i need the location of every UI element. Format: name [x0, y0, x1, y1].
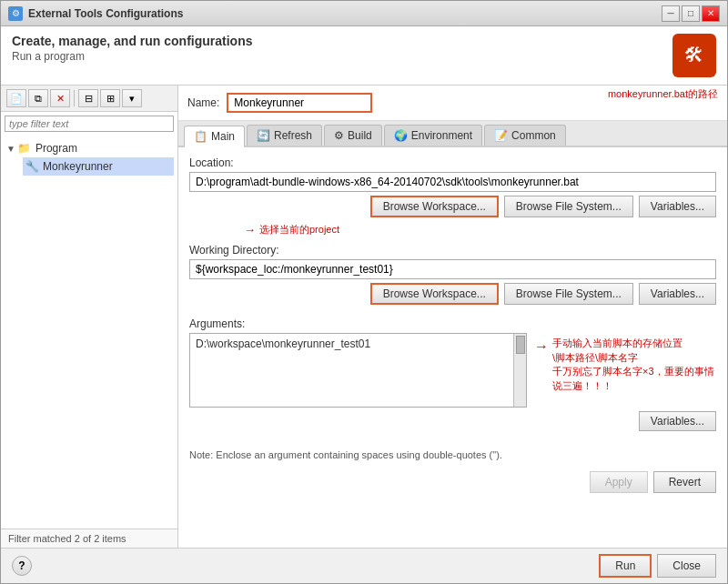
arguments-outer: D:\workspace\monkeyrunner_test01	[189, 333, 527, 408]
header-info: Create, manage, and run configurations R…	[12, 34, 253, 63]
tree-area: ▼ 📁 Program 🔧 Monkeyrunner	[1, 136, 177, 529]
main-window: ⚙ External Tools Configurations ─ □ ✕ Cr…	[0, 0, 728, 584]
browse-workspace-btn-1[interactable]: Browse Workspace...	[370, 196, 499, 217]
note-text: Note: Enclose an argument containing spa…	[189, 444, 716, 460]
main-tab-label: Main	[211, 130, 235, 143]
arguments-label: Arguments:	[189, 317, 716, 330]
environment-tab-icon: 🌍	[394, 129, 408, 142]
project-annotation-text: 选择当前的project	[259, 223, 339, 237]
scrollbar-thumb	[516, 336, 525, 354]
arguments-input[interactable]: D:\workspace\monkeyrunner_test01	[190, 334, 513, 407]
right-panel: Name: monkeyrunner.bat的路径 📋 Main 🔄 Refre…	[178, 86, 727, 548]
tabs-bar: 📋 Main 🔄 Refresh ⚙ Build 🌍 Environment 📝	[178, 121, 727, 147]
tree-program-node[interactable]: ▼ 📁 Program	[5, 139, 174, 157]
working-dir-label: Working Directory:	[189, 244, 716, 257]
bottom-buttons: Run Close	[599, 554, 716, 578]
browse-filesystem-btn-2[interactable]: Browse File System...	[504, 283, 633, 305]
maximize-button[interactable]: □	[682, 5, 700, 22]
minimize-button[interactable]: ─	[662, 5, 680, 22]
view-menu-button[interactable]: ▾	[122, 89, 142, 107]
sidebar-toolbar: 📄 ⧉ ✕ ⊟ ⊞ ▾	[1, 86, 177, 112]
apply-revert-row: Apply Revert	[189, 471, 716, 493]
args-annotation-text: 手动输入当前脚本的存储位置 \脚本路径\脚本名字 千万别忘了脚本名字×3，重要的…	[552, 337, 716, 393]
tab-common[interactable]: 📝 Common	[484, 125, 566, 146]
title-bar: ⚙ External Tools Configurations ─ □ ✕	[1, 1, 727, 26]
monkeyrunner-icon: 🔧	[25, 159, 39, 174]
expand-all-button[interactable]: ⊞	[100, 89, 120, 107]
variables-btn-2[interactable]: Variables...	[639, 283, 716, 305]
title-controls: ─ □ ✕	[662, 5, 720, 22]
common-tab-icon: 📝	[494, 129, 508, 142]
name-label: Name:	[187, 96, 219, 109]
config-area: Location: Browse Workspace... Browse Fil…	[178, 147, 727, 548]
location-group: Location: Browse Workspace... Browse Fil…	[189, 156, 716, 217]
args-annotation-arrow: →	[534, 338, 549, 355]
tree-children: 🔧 Monkeyrunner	[23, 157, 174, 176]
name-row: Name: monkeyrunner.bat的路径	[178, 86, 727, 121]
browse-filesystem-btn-1[interactable]: Browse File System...	[504, 196, 633, 217]
arguments-group: Arguments: D:\workspace\monkeyrunner_tes…	[189, 317, 716, 431]
name-input[interactable]	[227, 93, 372, 113]
main-tab-icon: 📋	[194, 130, 207, 143]
monkeyrunner-label: Monkeyrunner	[43, 160, 113, 173]
environment-tab-label: Environment	[411, 129, 472, 142]
variables-btn-1[interactable]: Variables...	[639, 196, 716, 217]
build-tab-icon: ⚙	[334, 129, 344, 142]
header-area: Create, manage, and run configurations R…	[1, 26, 727, 86]
header-title: Create, manage, and run configurations	[12, 34, 253, 48]
refresh-tab-label: Refresh	[274, 129, 312, 142]
window-icon: ⚙	[8, 6, 23, 21]
apply-button[interactable]: Apply	[590, 471, 648, 493]
bottom-bar: ? Run Close	[1, 548, 727, 583]
program-folder-icon: 📁	[17, 141, 32, 156]
tab-refresh[interactable]: 🔄 Refresh	[247, 125, 322, 146]
filter-input[interactable]	[5, 116, 174, 132]
tree-monkeyrunner-node[interactable]: 🔧 Monkeyrunner	[23, 157, 174, 176]
new-config-button[interactable]: 📄	[6, 89, 26, 107]
refresh-tab-icon: 🔄	[257, 129, 270, 142]
location-label: Location:	[189, 156, 716, 169]
run-button[interactable]: Run	[599, 554, 652, 578]
help-button[interactable]: ?	[12, 556, 32, 576]
arguments-value: D:\workspace\monkeyrunner_test01	[196, 337, 370, 350]
collapse-all-button[interactable]: ⊟	[78, 89, 98, 107]
location-buttons: Browse Workspace... Browse File System..…	[189, 196, 716, 217]
variables-btn-3[interactable]: Variables...	[639, 411, 716, 431]
header-subtitle: Run a program	[12, 50, 253, 63]
window-title: External Tools Configurations	[28, 7, 183, 20]
working-dir-input[interactable]	[189, 259, 716, 279]
sidebar: 📄 ⧉ ✕ ⊟ ⊞ ▾ ▼ 📁 Program 🔧 Monkeyrun	[1, 86, 178, 548]
close-button[interactable]: Close	[657, 554, 716, 578]
tab-environment[interactable]: 🌍 Environment	[384, 125, 482, 146]
sidebar-status: Filter matched 2 of 2 items	[1, 529, 177, 548]
working-dir-group: Working Directory: Browse Workspace... B…	[189, 244, 716, 305]
args-annotation: → 手动输入当前脚本的存储位置 \脚本路径\脚本名字 千万别忘了脚本名字×3，重…	[534, 333, 716, 393]
working-dir-buttons: Browse Workspace... Browse File System..…	[189, 283, 716, 305]
copy-config-button[interactable]: ⧉	[28, 89, 48, 107]
tab-main[interactable]: 📋 Main	[184, 126, 245, 147]
arguments-scrollbar[interactable]	[513, 334, 526, 407]
arguments-buttons: Variables...	[189, 411, 716, 431]
delete-config-button[interactable]: ✕	[50, 89, 70, 107]
project-annotation-arrow: →	[244, 223, 256, 237]
close-window-button[interactable]: ✕	[702, 5, 720, 22]
build-tab-label: Build	[348, 129, 372, 142]
revert-button[interactable]: Revert	[653, 471, 716, 493]
toolbar-separator	[74, 90, 75, 106]
project-annotation-area: → 选择当前的project	[189, 223, 716, 237]
name-annotation: monkeyrunner.bat的路径	[608, 87, 718, 101]
expand-arrow: ▼	[6, 144, 15, 154]
main-content: 📄 ⧉ ✕ ⊟ ⊞ ▾ ▼ 📁 Program 🔧 Monkeyrun	[1, 86, 727, 548]
program-label: Program	[35, 142, 77, 155]
common-tab-label: Common	[511, 129, 556, 142]
tab-build[interactable]: ⚙ Build	[324, 125, 382, 146]
browse-workspace-btn-2[interactable]: Browse Workspace...	[370, 283, 499, 305]
location-input[interactable]	[189, 172, 716, 192]
header-icon: 🛠	[672, 34, 716, 77]
